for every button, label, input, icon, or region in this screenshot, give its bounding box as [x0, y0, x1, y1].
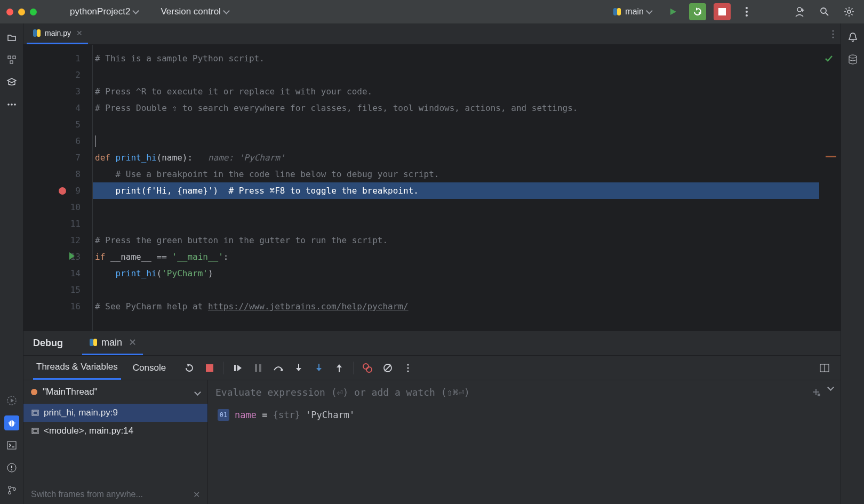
problems-tool-button[interactable] [4, 460, 19, 475]
svg-line-45 [385, 365, 391, 371]
step-out-button[interactable] [333, 362, 346, 374]
structure-icon [7, 55, 17, 65]
run-config-selector[interactable]: main [607, 5, 657, 19]
more-debug-actions[interactable] [402, 362, 414, 374]
frame-label: <module>, main.py:14 [44, 426, 133, 436]
play-icon [669, 7, 677, 16]
debug-panel: Debug main ✕ Threads & Variables Console [23, 331, 841, 504]
maximize-window[interactable] [30, 9, 37, 15]
editor-gutter[interactable]: 1 2 3 4 5 6 7 8 9 10 11 12 13 14 15 16 [23, 45, 93, 331]
chevron-down-icon [646, 7, 653, 14]
code-with-me-button[interactable] [791, 3, 809, 20]
structure-tool-button[interactable] [4, 52, 19, 67]
svg-point-24 [11, 469, 12, 470]
debug-button[interactable] [689, 3, 706, 20]
frame-label: print_hi, main.py:9 [44, 407, 118, 418]
stack-frame[interactable]: print_hi, main.py:9 [23, 404, 207, 422]
right-tool-rail [841, 23, 864, 504]
run-gutter-icon[interactable] [69, 252, 75, 260]
terminal-tool-button[interactable] [4, 438, 19, 453]
step-into-button[interactable] [292, 362, 305, 374]
svg-point-31 [832, 33, 834, 35]
debug-tool-button[interactable] [4, 415, 19, 430]
more-tool-button[interactable] [4, 97, 19, 112]
chevron-down-icon [133, 7, 140, 14]
learn-tool-button[interactable] [4, 75, 19, 90]
editor-tab-main[interactable]: main.py ✕ [27, 23, 88, 44]
close-window[interactable] [6, 9, 13, 15]
threads-panel: "MainThread" print_hi, main.py:9 <module… [23, 380, 208, 504]
code-link[interactable]: https://www.jetbrains.com/help/pycharm/ [208, 301, 409, 311]
console-tab[interactable]: Console [130, 356, 169, 380]
search-icon [820, 7, 829, 17]
settings-button[interactable] [841, 3, 858, 20]
project-dropdown[interactable]: pythonProject2 [66, 4, 142, 19]
resume-button[interactable] [231, 362, 244, 374]
svg-rect-34 [93, 339, 97, 346]
pause-button[interactable] [252, 362, 265, 374]
close-tip-icon[interactable]: ✕ [193, 490, 200, 500]
more-actions[interactable] [738, 3, 755, 20]
branch-icon [7, 485, 17, 495]
svg-point-43 [366, 367, 372, 372]
python-icon [89, 338, 98, 347]
inspection-ok-icon[interactable] [823, 53, 834, 64]
svg-line-8 [826, 13, 828, 15]
database-icon [848, 54, 858, 65]
mute-breakpoints-button[interactable] [381, 362, 394, 374]
scrollbar-marker[interactable] [826, 156, 836, 157]
close-tab-icon[interactable]: ✕ [76, 29, 83, 37]
run-tool-icon [6, 395, 17, 406]
layout-button[interactable] [818, 362, 831, 374]
run-config-label: main [625, 7, 644, 17]
svg-point-13 [7, 103, 10, 106]
tab-filename: main.py [45, 29, 71, 37]
svg-point-9 [847, 10, 851, 13]
svg-rect-28 [33, 29, 37, 37]
svg-rect-55 [818, 394, 820, 396]
close-icon[interactable]: ✕ [129, 337, 137, 348]
chevron-down-icon[interactable] [827, 384, 834, 391]
svg-point-3 [746, 7, 748, 9]
debug-run-tab[interactable]: main ✕ [82, 331, 143, 355]
tip-text: Switch frames from anywhe... [31, 490, 143, 499]
search-everywhere-button[interactable] [816, 3, 833, 20]
tab-more-actions[interactable] [832, 30, 841, 38]
database-tool-button[interactable] [845, 52, 860, 67]
run-button[interactable] [665, 3, 682, 20]
svg-point-46 [407, 364, 409, 365]
debug-body: "MainThread" print_hi, main.py:9 <module… [23, 380, 841, 504]
svg-point-5 [746, 14, 748, 17]
svg-point-4 [746, 11, 748, 13]
step-over-button[interactable] [272, 362, 285, 374]
stop-button[interactable] [203, 362, 216, 374]
thread-selector[interactable]: "MainThread" [23, 380, 207, 404]
svg-rect-36 [234, 365, 236, 371]
threads-vars-tab[interactable]: Threads & Variables [33, 356, 121, 380]
svg-rect-10 [8, 56, 11, 59]
stack-frame[interactable]: <module>, main.py:14 [23, 422, 207, 440]
notifications-button[interactable] [845, 30, 860, 45]
version-control-dropdown[interactable]: Version control [161, 6, 228, 17]
vcs-tool-button[interactable] [4, 483, 19, 498]
code-editor[interactable]: # This is a sample Python script. # Pres… [93, 45, 819, 331]
rerun-icon [693, 7, 702, 17]
stop-button[interactable] [714, 3, 731, 20]
project-tool-button[interactable] [4, 30, 19, 45]
folder-icon [7, 33, 17, 42]
step-into-my-code-button[interactable] [313, 362, 325, 374]
stop-icon [718, 8, 726, 15]
add-watch-icon[interactable] [811, 387, 821, 397]
breakpoint-icon[interactable] [59, 187, 66, 195]
editor-area[interactable]: 1 2 3 4 5 6 7 8 9 10 11 12 13 14 15 16 #… [23, 45, 841, 331]
svg-point-14 [11, 103, 13, 106]
run-tool-button[interactable] [4, 393, 19, 408]
code-text: # This is a sample Python script. [95, 53, 265, 63]
version-control-label: Version control [161, 6, 220, 17]
svg-rect-38 [259, 364, 261, 372]
view-breakpoints-button[interactable] [361, 362, 374, 374]
variable-row[interactable]: 01 name = {str} 'PyCharm' [208, 404, 841, 426]
rerun-button[interactable] [183, 362, 196, 374]
evaluate-expression-input[interactable]: Evaluate expression (⏎) or add a watch (… [208, 380, 841, 404]
minimize-window[interactable] [18, 9, 25, 15]
